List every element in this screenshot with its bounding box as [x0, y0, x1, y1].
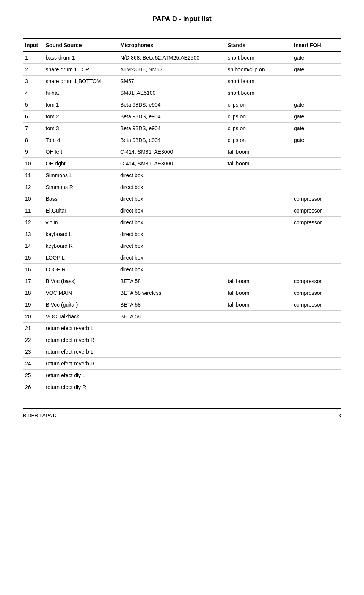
- cell-stands: tall boom: [226, 299, 292, 311]
- table-row: 14keyboard Rdirect box: [23, 240, 341, 252]
- cell-source: OH right: [44, 158, 118, 170]
- cell-insert: [292, 228, 341, 240]
- cell-input: 21: [23, 323, 44, 334]
- cell-input: 3: [23, 76, 44, 87]
- cell-microphones: C-414, SM81, AE3000: [118, 146, 226, 158]
- cell-stands: [226, 346, 292, 358]
- cell-stands: [226, 311, 292, 323]
- cell-input: 5: [23, 99, 44, 111]
- cell-stands: tall boom: [226, 287, 292, 299]
- cell-source: hi-hat: [44, 87, 118, 99]
- cell-insert: gate: [292, 99, 341, 111]
- cell-microphones: ATM23 HE, SM57: [118, 64, 226, 76]
- cell-input: 16: [23, 264, 44, 275]
- cell-source: Tom 4: [44, 134, 118, 146]
- cell-stands: [226, 240, 292, 252]
- cell-insert: [292, 181, 341, 193]
- cell-stands: clips on: [226, 99, 292, 111]
- table-row: 23return efect reverb L: [23, 346, 341, 358]
- cell-input: 1: [23, 52, 44, 64]
- cell-source: return efect reverb L: [44, 346, 118, 358]
- cell-insert: gate: [292, 134, 341, 146]
- cell-stands: [226, 170, 292, 181]
- cell-source: El.Guitar: [44, 205, 118, 217]
- cell-input: 20: [23, 311, 44, 323]
- cell-stands: [226, 323, 292, 334]
- table-row: 18VOC MAINBETA 58 wirelesstall boomcompr…: [23, 287, 341, 299]
- table-row: 17B.Voc (bass)BETA 58tall boomcompressor: [23, 275, 341, 287]
- cell-stands: tall boom: [226, 158, 292, 170]
- cell-insert: gate: [292, 64, 341, 76]
- cell-insert: [292, 87, 341, 99]
- cell-microphones: [118, 323, 226, 334]
- cell-source: return efect reverb R: [44, 334, 118, 346]
- table-row: 24return efect reverb R: [23, 358, 341, 370]
- cell-insert: gate: [292, 123, 341, 134]
- cell-stands: [226, 264, 292, 275]
- cell-input: 17: [23, 275, 44, 287]
- col-header-insert: Insert FOH: [292, 39, 341, 52]
- cell-source: B.Voc (guitar): [44, 299, 118, 311]
- cell-insert: compressor: [292, 205, 341, 217]
- cell-microphones: C-414, SM81, AE3000: [118, 158, 226, 170]
- cell-stands: sh.boom/clip on: [226, 64, 292, 76]
- cell-source: Bass: [44, 193, 118, 205]
- cell-insert: [292, 264, 341, 275]
- cell-insert: [292, 334, 341, 346]
- table-row: 12Simmons Rdirect box: [23, 181, 341, 193]
- col-header-stands: Stands: [226, 39, 292, 52]
- footer-right: 3: [339, 412, 341, 418]
- cell-stands: clips on: [226, 123, 292, 134]
- cell-input: 11: [23, 170, 44, 181]
- cell-microphones: BETA 58: [118, 275, 226, 287]
- cell-input: 9: [23, 146, 44, 158]
- cell-input: 12: [23, 217, 44, 228]
- cell-input: 14: [23, 240, 44, 252]
- table-row: 10OH rightC-414, SM81, AE3000tall boom: [23, 158, 341, 170]
- cell-stands: [226, 228, 292, 240]
- cell-stands: [226, 358, 292, 370]
- cell-microphones: direct box: [118, 181, 226, 193]
- table-row: 6tom 2Beta 98DS, e904clips ongate: [23, 111, 341, 123]
- cell-insert: [292, 158, 341, 170]
- cell-microphones: direct box: [118, 193, 226, 205]
- cell-stands: tall boom: [226, 146, 292, 158]
- cell-insert: [292, 370, 341, 381]
- cell-input: 8: [23, 134, 44, 146]
- cell-input: 24: [23, 358, 44, 370]
- footer-left: RIDER PAPA D: [23, 412, 56, 418]
- table-row: 5tom 1Beta 98DS, e904clips ongate: [23, 99, 341, 111]
- cell-source: snare drum 1 BOTTOM: [44, 76, 118, 87]
- cell-source: tom 1: [44, 99, 118, 111]
- cell-source: return efect reverb R: [44, 358, 118, 370]
- cell-insert: [292, 323, 341, 334]
- cell-microphones: direct box: [118, 228, 226, 240]
- cell-microphones: SM57: [118, 76, 226, 87]
- col-header-microphones: Microphones: [118, 39, 226, 52]
- cell-source: return efect dly L: [44, 370, 118, 381]
- cell-source: Simmons L: [44, 170, 118, 181]
- table-row: 10Bassdirect boxcompressor: [23, 193, 341, 205]
- cell-source: VOC MAIN: [44, 287, 118, 299]
- table-row: 7tom 3Beta 98DS, e904clips ongate: [23, 123, 341, 134]
- cell-source: OH left: [44, 146, 118, 158]
- cell-microphones: [118, 381, 226, 393]
- cell-stands: clips on: [226, 134, 292, 146]
- cell-input: 25: [23, 370, 44, 381]
- col-header-input: Input: [23, 39, 44, 52]
- cell-stands: short boom: [226, 87, 292, 99]
- table-row: 22return efect reverb R: [23, 334, 341, 346]
- cell-microphones: SM81, AE5100: [118, 87, 226, 99]
- cell-insert: [292, 358, 341, 370]
- cell-stands: clips on: [226, 111, 292, 123]
- cell-insert: gate: [292, 111, 341, 123]
- table-row: 13keyboard Ldirect box: [23, 228, 341, 240]
- table-row: 9OH leftC-414, SM81, AE3000tall boom: [23, 146, 341, 158]
- cell-source: bass drum 1: [44, 52, 118, 64]
- table-row: 15LOOP Ldirect box: [23, 252, 341, 264]
- cell-microphones: BETA 58 wireless: [118, 287, 226, 299]
- cell-source: tom 3: [44, 123, 118, 134]
- cell-insert: [292, 346, 341, 358]
- cell-microphones: BETA 58: [118, 311, 226, 323]
- table-row: 2snare drum 1 TOPATM23 HE, SM57sh.boom/c…: [23, 64, 341, 76]
